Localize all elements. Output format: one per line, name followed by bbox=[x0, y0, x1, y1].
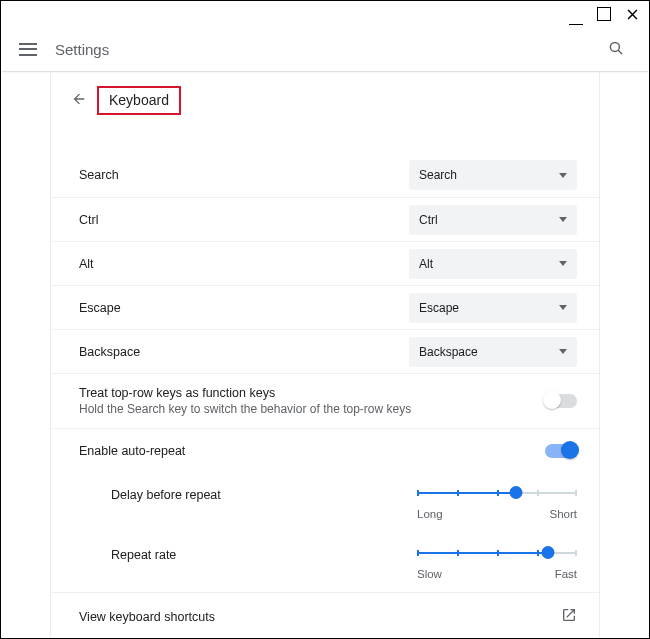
top-row-keys-row: Treat top-row keys as function keys Hold… bbox=[51, 373, 599, 428]
keymap-label: Backspace bbox=[79, 345, 409, 359]
keymap-label: Ctrl bbox=[79, 213, 409, 227]
rate-slider-label: Repeat rate bbox=[111, 544, 417, 562]
rate-slider[interactable] bbox=[417, 544, 577, 564]
keymap-value: Escape bbox=[419, 301, 459, 315]
chevron-down-icon bbox=[559, 305, 567, 310]
delay-right-label: Short bbox=[550, 508, 578, 520]
keymap-value: Ctrl bbox=[419, 213, 438, 227]
keymap-select-ctrl[interactable]: Ctrl bbox=[409, 205, 577, 235]
app-header: Settings bbox=[1, 27, 649, 71]
menu-icon[interactable] bbox=[19, 43, 37, 56]
rate-slider-row: Repeat rate Slow Fast bbox=[51, 532, 599, 592]
chevron-down-icon bbox=[559, 261, 567, 266]
top-row-keys-toggle[interactable] bbox=[545, 394, 577, 408]
auto-repeat-toggle[interactable] bbox=[545, 444, 577, 458]
delay-slider-row: Delay before repeat Long Short bbox=[51, 472, 599, 532]
keymap-value: Alt bbox=[419, 257, 433, 271]
keymap-value: Search bbox=[419, 168, 457, 182]
settings-card: Keyboard Search Search Ctrl Ctrl Alt bbox=[50, 72, 600, 637]
page-title-highlight: Keyboard bbox=[97, 86, 181, 115]
top-row-keys-description: Hold the Search key to switch the behavi… bbox=[79, 402, 545, 416]
open-external-icon bbox=[561, 607, 577, 626]
window-caption bbox=[569, 7, 639, 21]
page-title: Keyboard bbox=[109, 92, 169, 108]
top-row-keys-label: Treat top-row keys as function keys bbox=[79, 386, 545, 400]
keymap-row-backspace: Backspace Backspace bbox=[51, 329, 599, 373]
chevron-down-icon bbox=[559, 349, 567, 354]
keymap-label: Escape bbox=[79, 301, 409, 315]
delay-left-label: Long bbox=[417, 508, 443, 520]
keymap-label: Alt bbox=[79, 257, 409, 271]
window-minimize-button[interactable] bbox=[569, 7, 583, 21]
chevron-down-icon bbox=[559, 217, 567, 222]
svg-line-1 bbox=[618, 50, 622, 54]
window-maximize-button[interactable] bbox=[597, 7, 611, 21]
keymap-select-escape[interactable]: Escape bbox=[409, 293, 577, 323]
keymap-row-alt: Alt Alt bbox=[51, 241, 599, 285]
chevron-down-icon bbox=[559, 173, 567, 178]
keymap-row-escape: Escape Escape bbox=[51, 285, 599, 329]
view-shortcuts-row[interactable]: View keyboard shortcuts bbox=[51, 592, 599, 639]
auto-repeat-label: Enable auto-repeat bbox=[79, 444, 545, 458]
keymap-row-search: Search Search bbox=[51, 153, 599, 197]
back-arrow-icon[interactable] bbox=[71, 91, 87, 110]
view-shortcuts-label: View keyboard shortcuts bbox=[79, 610, 561, 624]
keymap-row-ctrl: Ctrl Ctrl bbox=[51, 197, 599, 241]
search-icon[interactable] bbox=[601, 33, 631, 66]
keymap-select-backspace[interactable]: Backspace bbox=[409, 337, 577, 367]
svg-point-0 bbox=[610, 42, 619, 51]
keymap-select-search[interactable]: Search bbox=[409, 160, 577, 190]
rate-left-label: Slow bbox=[417, 568, 442, 580]
rate-right-label: Fast bbox=[555, 568, 577, 580]
app-title: Settings bbox=[55, 41, 109, 58]
auto-repeat-row: Enable auto-repeat bbox=[51, 428, 599, 472]
delay-slider[interactable] bbox=[417, 484, 577, 504]
keymap-select-alt[interactable]: Alt bbox=[409, 249, 577, 279]
page-header: Keyboard bbox=[51, 72, 599, 129]
delay-slider-label: Delay before repeat bbox=[111, 484, 417, 502]
keymap-value: Backspace bbox=[419, 345, 478, 359]
window-close-button[interactable] bbox=[625, 7, 639, 21]
keymap-label: Search bbox=[79, 168, 409, 182]
